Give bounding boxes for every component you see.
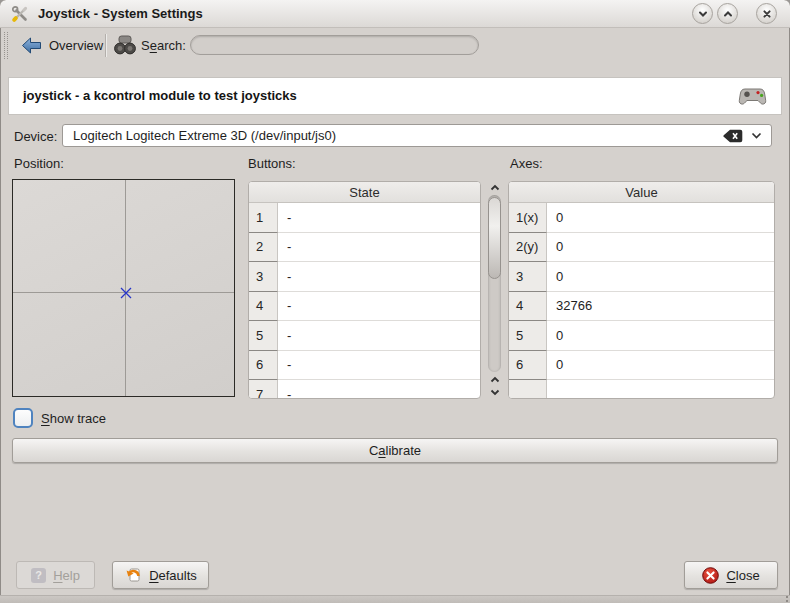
titlebar: Joystick - System Settings bbox=[0, 0, 790, 28]
window-close-button[interactable] bbox=[756, 3, 777, 24]
defaults-button[interactable]: Defaults bbox=[112, 561, 209, 589]
close-button[interactable]: Close bbox=[684, 561, 778, 589]
search-input[interactable] bbox=[190, 35, 479, 55]
close-label: Close bbox=[726, 568, 759, 583]
position-pad bbox=[12, 179, 235, 397]
position-marker-icon bbox=[120, 287, 132, 299]
calibrate-label: Calibrate bbox=[369, 443, 421, 458]
table-row: 50 bbox=[509, 321, 774, 351]
joystick-system-settings-window: Joystick - System Settings Overview bbox=[0, 0, 790, 603]
table-row: 2- bbox=[249, 233, 480, 263]
help-label: Help bbox=[53, 568, 80, 583]
table-row: 1(x)0 bbox=[509, 203, 774, 233]
calibrate-button[interactable]: Calibrate bbox=[12, 438, 778, 463]
table-row: 60 bbox=[509, 351, 774, 381]
table-row bbox=[509, 380, 774, 399]
toolbar: Overview Search: bbox=[0, 29, 790, 62]
back-arrow-icon bbox=[21, 37, 42, 54]
device-combobox[interactable]: Logitech Logitech Extreme 3D (/dev/input… bbox=[62, 124, 772, 147]
axes-table: Value 1(x)0 2(y)0 30 432766 50 60 bbox=[508, 181, 775, 399]
toolbar-separator bbox=[105, 34, 106, 57]
scrollbar-thumb[interactable] bbox=[488, 197, 501, 279]
combobox-chevron-down-icon[interactable] bbox=[751, 132, 762, 139]
chevron-up-icon bbox=[490, 376, 500, 383]
table-row: 6- bbox=[249, 351, 480, 381]
scroll-up-button-bottom[interactable] bbox=[486, 373, 503, 386]
axes-table-header: Value bbox=[509, 182, 774, 203]
defaults-label: Defaults bbox=[149, 568, 197, 583]
chevron-down-icon bbox=[697, 8, 709, 20]
binoculars-search-icon bbox=[113, 33, 137, 57]
table-row: 1- bbox=[249, 203, 480, 233]
overview-button[interactable]: Overview bbox=[15, 31, 109, 59]
close-x-icon bbox=[761, 8, 773, 20]
clear-text-icon[interactable] bbox=[723, 129, 743, 143]
module-title: joystick - a kcontrol module to test joy… bbox=[23, 88, 297, 103]
position-section-label: Position: bbox=[14, 156, 64, 171]
gamepad-icon bbox=[738, 85, 767, 107]
undo-arrow-icon bbox=[124, 567, 142, 583]
module-header: joystick - a kcontrol module to test joy… bbox=[8, 77, 782, 115]
toolbar-drag-handle[interactable] bbox=[4, 32, 8, 59]
chevron-up-icon bbox=[490, 184, 500, 191]
buttons-table-header: State bbox=[249, 182, 480, 203]
device-label: Device: bbox=[14, 129, 57, 144]
buttons-section-label: Buttons: bbox=[248, 156, 296, 171]
help-question-icon: ? bbox=[31, 568, 46, 583]
window-bottom-border bbox=[0, 595, 790, 603]
table-row: 4- bbox=[249, 292, 480, 322]
table-row: 7- bbox=[249, 380, 480, 399]
table-row: 432766 bbox=[509, 292, 774, 322]
table-row: 2(y)0 bbox=[509, 233, 774, 263]
device-combobox-value: Logitech Logitech Extreme 3D (/dev/input… bbox=[63, 128, 723, 143]
scrollbar-track[interactable] bbox=[488, 195, 501, 372]
resize-grip[interactable] bbox=[780, 596, 788, 602]
search-label: Search: bbox=[141, 38, 186, 53]
buttons-table: State 1- 2- 3- 4- 5- 6- 7- bbox=[248, 181, 481, 399]
show-trace-checkbox[interactable] bbox=[13, 408, 33, 428]
scroll-up-button[interactable] bbox=[486, 181, 503, 194]
table-row: 5- bbox=[249, 321, 480, 351]
help-button: ? Help bbox=[16, 561, 95, 589]
maximize-button[interactable] bbox=[717, 3, 738, 24]
show-trace-label: Show trace bbox=[41, 411, 106, 426]
table-row: 30 bbox=[509, 262, 774, 292]
crossed-tools-icon bbox=[11, 5, 29, 23]
chevron-down-icon bbox=[490, 389, 500, 396]
shade-button[interactable] bbox=[692, 3, 713, 24]
window-title: Joystick - System Settings bbox=[38, 6, 203, 21]
table-row: 3- bbox=[249, 262, 480, 292]
buttons-scrollbar bbox=[486, 181, 503, 399]
overview-label: Overview bbox=[49, 38, 103, 53]
axes-section-label: Axes: bbox=[510, 156, 543, 171]
chevron-up-icon bbox=[722, 8, 734, 20]
scroll-down-button[interactable] bbox=[486, 386, 503, 399]
close-red-circle-icon bbox=[702, 567, 719, 584]
